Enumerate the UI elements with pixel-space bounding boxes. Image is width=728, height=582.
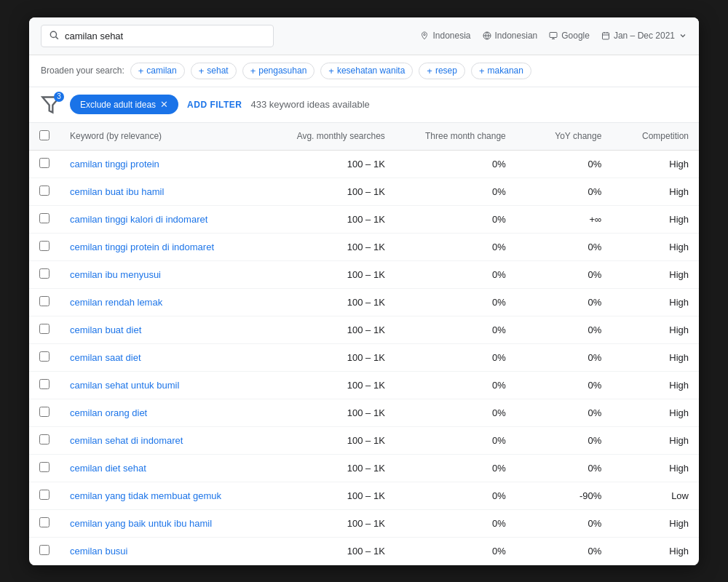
row-checkbox[interactable] bbox=[39, 379, 50, 389]
keyword-link[interactable]: cemilan diet sehat bbox=[70, 463, 146, 474]
keyword-link[interactable]: camilan tinggi kalori di indomaret bbox=[70, 214, 207, 225]
exclude-adult-button[interactable]: Exclude adult ideas ✕ bbox=[70, 95, 178, 114]
network-filter[interactable]: Google bbox=[549, 31, 590, 41]
row-checkbox-cell[interactable] bbox=[29, 454, 60, 482]
keyword-cell: cemilan diet sehat bbox=[60, 454, 265, 482]
broaden-chip-pengasuhan[interactable]: + pengasuhan bbox=[242, 63, 315, 79]
header-three-month[interactable]: Three month change bbox=[395, 123, 516, 151]
three-month-cell: 0% bbox=[395, 509, 516, 537]
three-month-cell: 0% bbox=[395, 205, 516, 233]
main-window: camilan sehat Indonesia Indonesian Googl… bbox=[29, 17, 699, 565]
competition-cell: Low bbox=[612, 482, 699, 509]
header-keyword[interactable]: Keyword (by relevance) bbox=[60, 123, 265, 151]
row-checkbox[interactable] bbox=[39, 517, 50, 527]
top-bar-filters: Indonesia Indonesian Google Jan – Dec 20… bbox=[282, 31, 687, 41]
location-filter[interactable]: Indonesia bbox=[420, 31, 470, 41]
row-checkbox[interactable] bbox=[39, 268, 50, 279]
language-filter[interactable]: Indonesian bbox=[483, 31, 538, 41]
header-competition[interactable]: Competition bbox=[612, 123, 699, 151]
row-checkbox-cell[interactable] bbox=[29, 343, 60, 371]
yoy-cell: -90% bbox=[516, 482, 612, 509]
search-icon bbox=[49, 30, 59, 42]
row-checkbox-cell[interactable] bbox=[29, 150, 60, 178]
plus-icon: + bbox=[138, 65, 144, 76]
row-checkbox[interactable] bbox=[39, 324, 50, 334]
yoy-cell: 0% bbox=[516, 316, 612, 343]
broaden-chip-kesehatan[interactable]: + kesehatan wanita bbox=[320, 63, 413, 79]
add-filter-button[interactable]: ADD FILTER bbox=[187, 100, 242, 110]
row-checkbox[interactable] bbox=[39, 213, 50, 223]
svg-rect-5 bbox=[550, 33, 557, 38]
row-checkbox-cell[interactable] bbox=[29, 482, 60, 509]
table-row: cemilan orang diet 100 – 1K 0% 0% High bbox=[29, 399, 699, 426]
keyword-cell: cemilan yang baik untuk ibu hamil bbox=[60, 509, 265, 537]
row-checkbox[interactable] bbox=[39, 545, 50, 555]
row-checkbox-cell[interactable] bbox=[29, 233, 60, 260]
row-checkbox[interactable] bbox=[39, 434, 50, 445]
row-checkbox[interactable] bbox=[39, 407, 50, 417]
table-header-row: Keyword (by relevance) Avg. monthly sear… bbox=[29, 123, 699, 151]
broaden-chip-sehat[interactable]: + sehat bbox=[191, 63, 237, 79]
search-box[interactable]: camilan sehat bbox=[41, 25, 274, 47]
avg-monthly-cell: 100 – 1K bbox=[265, 316, 395, 343]
keyword-cell: cemilan busui bbox=[60, 537, 265, 565]
keyword-cell: cemilan buat diet bbox=[60, 316, 265, 343]
competition-cell: High bbox=[612, 205, 699, 233]
three-month-cell: 0% bbox=[395, 399, 516, 426]
row-checkbox-cell[interactable] bbox=[29, 205, 60, 233]
keyword-link[interactable]: camilan tinggi protein bbox=[70, 159, 159, 170]
keyword-link[interactable]: cemilan yang baik untuk ibu hamil bbox=[70, 518, 212, 529]
keyword-cell: cemilan orang diet bbox=[60, 399, 265, 426]
broaden-label: Broaden your search: bbox=[41, 65, 124, 76]
keyword-table: Keyword (by relevance) Avg. monthly sear… bbox=[29, 123, 699, 565]
row-checkbox[interactable] bbox=[39, 296, 50, 306]
calendar-icon bbox=[601, 31, 610, 40]
row-checkbox[interactable] bbox=[39, 158, 50, 168]
filter-badge-container: 3 bbox=[41, 95, 61, 115]
keyword-link[interactable]: cemilan orang diet bbox=[70, 407, 147, 418]
competition-cell: High bbox=[612, 454, 699, 482]
row-checkbox-cell[interactable] bbox=[29, 426, 60, 454]
keyword-link[interactable]: camilan sehat untuk bumil bbox=[70, 380, 179, 391]
keyword-link[interactable]: cemilan yang tidak membuat gemuk bbox=[70, 490, 221, 501]
broaden-chip-camilan[interactable]: + camilan bbox=[130, 63, 185, 79]
keyword-link[interactable]: cemilan rendah lemak bbox=[70, 297, 162, 308]
row-checkbox[interactable] bbox=[39, 351, 50, 362]
row-checkbox[interactable] bbox=[39, 490, 50, 500]
keyword-cell: camilan tinggi kalori di indomaret bbox=[60, 205, 265, 233]
date-filter[interactable]: Jan – Dec 2021 bbox=[601, 31, 687, 41]
row-checkbox-cell[interactable] bbox=[29, 288, 60, 316]
keyword-link[interactable]: cemilan saat diet bbox=[70, 352, 141, 363]
row-checkbox-cell[interactable] bbox=[29, 537, 60, 565]
broaden-chip-resep[interactable]: + resep bbox=[419, 63, 465, 79]
broaden-chip-makanan[interactable]: + makanan bbox=[471, 63, 531, 79]
avg-monthly-cell: 100 – 1K bbox=[265, 482, 395, 509]
competition-cell: High bbox=[612, 537, 699, 565]
three-month-cell: 0% bbox=[395, 537, 516, 565]
keyword-cell: cemilan saat diet bbox=[60, 343, 265, 371]
location-icon bbox=[420, 31, 429, 40]
keyword-link[interactable]: cemilan busui bbox=[70, 546, 128, 557]
row-checkbox[interactable] bbox=[39, 186, 50, 196]
keyword-link[interactable]: cemilan sehat di indomaret bbox=[70, 435, 183, 446]
header-yoy[interactable]: YoY change bbox=[516, 123, 612, 151]
yoy-cell: 0% bbox=[516, 233, 612, 260]
row-checkbox[interactable] bbox=[39, 241, 50, 251]
row-checkbox[interactable] bbox=[39, 462, 50, 472]
row-checkbox-cell[interactable] bbox=[29, 178, 60, 205]
keyword-link[interactable]: cemilan buat diet bbox=[70, 324, 141, 335]
keyword-link[interactable]: cemilan buat ibu hamil bbox=[70, 186, 164, 197]
row-checkbox-cell[interactable] bbox=[29, 399, 60, 426]
svg-rect-8 bbox=[602, 33, 609, 39]
keyword-link[interactable]: cemilan tinggi protein di indomaret bbox=[70, 242, 214, 252]
header-avg-monthly[interactable]: Avg. monthly searches bbox=[265, 123, 395, 151]
competition-cell: High bbox=[612, 316, 699, 343]
row-checkbox-cell[interactable] bbox=[29, 509, 60, 537]
row-checkbox-cell[interactable] bbox=[29, 260, 60, 288]
select-all-checkbox[interactable] bbox=[39, 130, 50, 140]
keyword-link[interactable]: cemilan ibu menyusui bbox=[70, 269, 161, 280]
row-checkbox-cell[interactable] bbox=[29, 316, 60, 343]
three-month-cell: 0% bbox=[395, 482, 516, 509]
header-checkbox-cell[interactable] bbox=[29, 123, 60, 151]
row-checkbox-cell[interactable] bbox=[29, 371, 60, 399]
